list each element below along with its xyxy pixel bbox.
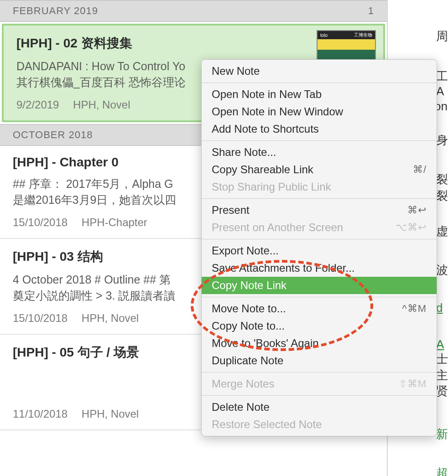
hint: 裂 (436, 171, 448, 187)
note-date: 15/10/2018 (13, 216, 68, 228)
hint: 贤 (436, 383, 448, 399)
menu-save-attachments[interactable]: Save Attachments to Folder... (202, 259, 437, 277)
menu-separator (202, 83, 437, 83)
section-label: FEBRUARY 2019 (13, 5, 98, 17)
hint: 超 (436, 465, 448, 476)
menu-copy-note-link[interactable]: Copy Note Link (202, 277, 437, 294)
menu-restore-selected-note: Restore Selected Note (202, 416, 437, 433)
note-tags: HPH, Novel (82, 312, 139, 324)
menu-label: Restore Selected Note (212, 418, 322, 431)
context-menu: New Note Open Note in New Tab Open Note … (201, 59, 437, 436)
menu-label: Copy Shareable Link (212, 163, 313, 176)
menu-shortcut: ⌘/ (413, 164, 427, 176)
menu-separator (202, 198, 437, 199)
menu-label: Copy Note Link (212, 279, 287, 292)
menu-separator (202, 372, 437, 373)
menu-label: Save Attachments to Folder... (212, 262, 355, 274)
hint: A (436, 337, 444, 352)
menu-label: Share Note... (212, 146, 276, 159)
menu-label: Move Note to... (212, 302, 286, 315)
menu-share-note[interactable]: Share Note... (202, 144, 437, 161)
hint: 新 (436, 426, 448, 442)
menu-label: Open Note in New Window (212, 105, 343, 118)
menu-delete-note[interactable]: Delete Note (202, 398, 437, 416)
thumb-left-label: tolo (320, 33, 328, 38)
note-date: 15/10/2018 (13, 312, 68, 324)
note-tags: HPH, Novel (73, 98, 130, 111)
menu-label: Present on Another Screen (212, 221, 343, 234)
menu-label: Stop Sharing Public Link (212, 181, 331, 193)
menu-label: Move to 'Books' Again (212, 337, 319, 350)
menu-add-shortcuts[interactable]: Add Note to Shortcuts (202, 120, 437, 138)
note-date: 11/10/2018 (13, 408, 68, 420)
menu-shortcut: ⌥⌘↩ (396, 222, 427, 233)
menu-label: Merge Notes (212, 378, 274, 390)
hint: 主 (436, 367, 448, 383)
menu-label: New Note (212, 65, 260, 78)
hint: 虚 (436, 223, 448, 239)
menu-duplicate-note[interactable]: Duplicate Note (202, 352, 437, 369)
menu-separator (202, 239, 437, 239)
menu-open-new-tab[interactable]: Open Note in New Tab (202, 86, 437, 103)
hint: 工 (436, 68, 448, 84)
menu-shortcut: ⌘↩ (407, 204, 427, 216)
menu-label: Open Note in New Tab (212, 88, 322, 101)
menu-move-note-to[interactable]: Move Note to...^⌘M (202, 300, 437, 317)
menu-shortcut: ⇧⌘M (399, 378, 427, 390)
section-count: 1 (368, 5, 374, 17)
hint: d (436, 301, 443, 315)
menu-label: Delete Note (212, 401, 270, 414)
section-label: OCTOBER 2018 (13, 129, 93, 141)
note-date: 9/2/2019 (16, 98, 59, 111)
hint: 周 (436, 28, 448, 44)
hint: 波 (436, 262, 448, 278)
menu-label: Export Note... (212, 244, 279, 257)
menu-stop-sharing: Stop Sharing Public Link (202, 178, 437, 196)
menu-open-new-window[interactable]: Open Note in New Window (202, 103, 437, 120)
hint: 身 (436, 132, 448, 148)
menu-present-another-screen: Present on Another Screen⌥⌘↩ (202, 219, 437, 236)
note-tags: HPH, Novel (82, 408, 139, 420)
menu-move-books-again[interactable]: Move to 'Books' Again (202, 335, 437, 352)
menu-copy-note-to[interactable]: Copy Note to... (202, 317, 437, 335)
menu-label: Copy Note to... (212, 320, 285, 332)
hint: 裂 (436, 188, 448, 204)
thumb-right-label: 工博生物 (354, 32, 372, 38)
menu-shortcut: ^⌘M (402, 303, 427, 315)
menu-merge-notes: Merge Notes⇧⌘M (202, 375, 437, 393)
menu-new-note[interactable]: New Note (202, 62, 437, 80)
hint: 士 (436, 351, 448, 367)
menu-label: Present (212, 204, 250, 217)
note-tags: HPH-Chapter (82, 216, 147, 228)
menu-label: Duplicate Note (212, 354, 283, 367)
menu-present[interactable]: Present⌘↩ (202, 202, 437, 219)
menu-separator (202, 297, 437, 297)
menu-label: Add Note to Shortcuts (212, 123, 319, 135)
section-header-feb2019: FEBRUARY 2019 1 (0, 0, 387, 22)
hint: A (436, 84, 444, 98)
menu-export-note[interactable]: Export Note... (202, 242, 437, 259)
menu-separator (202, 140, 437, 141)
menu-separator (202, 395, 437, 396)
menu-copy-shareable-link[interactable]: Copy Shareable Link⌘/ (202, 161, 437, 178)
